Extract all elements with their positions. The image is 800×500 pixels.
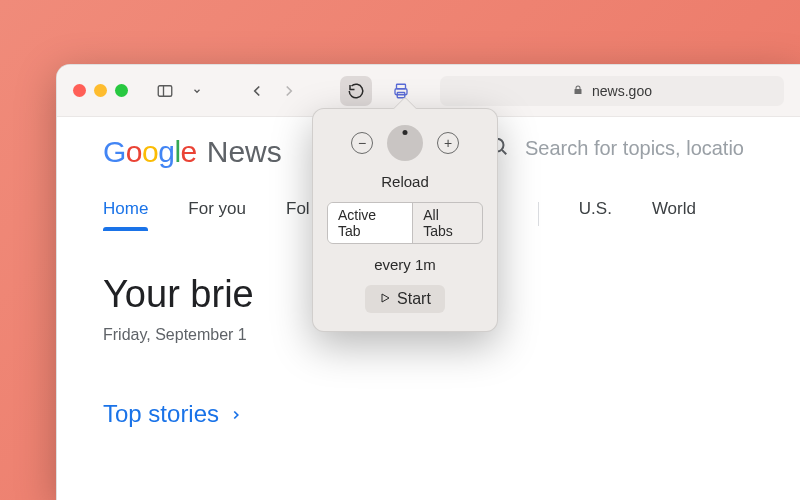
tab-home[interactable]: Home (103, 199, 148, 229)
chevron-right-icon (229, 400, 243, 428)
scope-active-tab[interactable]: Active Tab (328, 203, 412, 243)
auto-reload-extension-button[interactable] (340, 76, 372, 106)
lock-icon (572, 83, 584, 99)
sidebar-toggle-group (150, 77, 212, 105)
scope-all-tabs[interactable]: All Tabs (412, 203, 482, 243)
interval-dial[interactable] (387, 125, 423, 161)
increase-interval-button[interactable]: + (437, 132, 459, 154)
tab-following[interactable]: Fol (286, 199, 310, 229)
google-news-suffix: News (207, 135, 282, 169)
svg-rect-2 (397, 84, 406, 89)
start-label: Start (397, 290, 431, 308)
interval-dial-row: − + (351, 125, 459, 161)
play-icon (379, 290, 391, 308)
back-button[interactable] (242, 77, 272, 105)
window-controls (73, 84, 128, 97)
address-bar[interactable]: news.goo (440, 76, 784, 106)
popover-title: Reload (381, 173, 429, 190)
svg-line-6 (502, 150, 506, 154)
tab-world[interactable]: World (652, 199, 696, 229)
sidebar-toggle-button[interactable] (150, 77, 180, 105)
tab-us[interactable]: U.S. (579, 199, 612, 229)
close-window-button[interactable] (73, 84, 86, 97)
minimize-window-button[interactable] (94, 84, 107, 97)
auto-reload-popover: − + Reload Active Tab All Tabs every 1m … (312, 108, 498, 332)
top-stories-label: Top stories (103, 400, 219, 428)
interval-label: every 1m (374, 256, 436, 273)
nav-arrows (242, 77, 304, 105)
forward-button[interactable] (274, 77, 304, 105)
sidebar-menu-chevron[interactable] (182, 77, 212, 105)
svg-marker-7 (382, 294, 389, 302)
top-stories-link[interactable]: Top stories (103, 400, 754, 428)
start-button[interactable]: Start (365, 285, 445, 313)
site-search[interactable]: Search for topics, locatio (487, 135, 800, 162)
maximize-window-button[interactable] (115, 84, 128, 97)
tabs-divider (538, 202, 539, 226)
decrease-interval-button[interactable]: − (351, 132, 373, 154)
search-placeholder: Search for topics, locatio (525, 137, 744, 160)
address-text: news.goo (592, 83, 652, 99)
tab-for-you[interactable]: For you (188, 199, 246, 229)
tab-scope-segmented: Active Tab All Tabs (327, 202, 483, 244)
google-logo-text: Google (103, 135, 197, 169)
svg-rect-0 (158, 85, 172, 96)
